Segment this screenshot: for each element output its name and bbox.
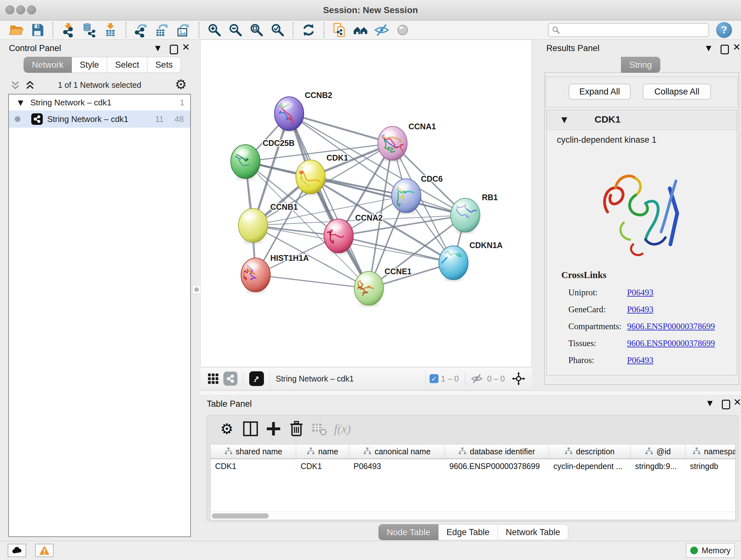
search-input[interactable]	[562, 25, 705, 35]
node-HIST1H1A[interactable]	[241, 258, 270, 294]
table-panel-float-icon[interactable]	[722, 400, 730, 409]
crosslink-link[interactable]: 9606.ENSP00000378699	[627, 321, 715, 331]
hidden-eye-slash-icon[interactable]	[471, 373, 482, 384]
table-cell[interactable]: CDK1	[211, 462, 296, 471]
node-count: 11	[155, 114, 164, 124]
column-header-shared-name[interactable]: shared name	[211, 444, 296, 458]
results-panel-float-icon[interactable]	[721, 45, 729, 54]
table-cell[interactable]: stringdb:9...	[630, 462, 685, 471]
table-cell[interactable]: P06493	[349, 462, 445, 471]
delete-table-icon	[311, 421, 328, 437]
table-row[interactable]: CDK1CDK1P064939606.ENSP00000378699cyclin…	[211, 459, 735, 473]
control-panel-menu-icon[interactable]: ▼	[155, 44, 160, 52]
results-panel-close-icon[interactable]: ✕	[733, 44, 741, 51]
table-panel-close-icon[interactable]: ✕	[733, 398, 741, 406]
node-CCNE1[interactable]	[354, 271, 384, 307]
gene-card-header[interactable]: ▼ CDK1	[547, 110, 737, 130]
table-cell[interactable]: CDK1	[296, 462, 349, 471]
tab-network[interactable]: Network	[23, 57, 72, 73]
import-network-icon[interactable]	[61, 22, 76, 38]
node-CDC25B[interactable]	[231, 145, 260, 180]
node-CDC6[interactable]	[392, 179, 421, 214]
node-label-CDC25B: CDC25B	[263, 138, 294, 147]
tree-collapse-icon[interactable]: ▼	[18, 99, 23, 107]
zoom-in-icon[interactable]	[207, 22, 222, 38]
column-header-database-identifier[interactable]: database identifier	[445, 444, 549, 458]
column-header-name[interactable]: name	[296, 444, 349, 458]
collapse-all-button[interactable]: Collapse All	[643, 84, 711, 100]
table-hscrollbar-thumb[interactable]	[212, 513, 269, 518]
delete-column-icon[interactable]	[287, 421, 306, 437]
refresh-icon[interactable]	[301, 22, 316, 38]
table-panel-splitter[interactable]	[200, 391, 741, 395]
tab-sets[interactable]: Sets	[147, 57, 181, 73]
network-options-gear-icon[interactable]: ⚙	[175, 77, 187, 92]
node-CCNB1[interactable]	[239, 208, 268, 244]
tab-select[interactable]: Select	[107, 57, 147, 73]
cloud-button[interactable]	[8, 544, 26, 557]
zoom-selected-icon[interactable]	[270, 22, 285, 38]
help-button[interactable]: ?	[716, 22, 732, 38]
export-view-icon[interactable]	[249, 371, 264, 386]
tab-network-table[interactable]: Network Table	[498, 524, 569, 540]
node-label-HIST1H1A: HIST1H1A	[270, 253, 309, 262]
preview-icon[interactable]	[395, 22, 410, 38]
export-image-icon[interactable]	[176, 22, 191, 38]
node-CDKN1A[interactable]	[439, 246, 468, 281]
export-network-icon[interactable]	[134, 22, 149, 38]
split-columns-icon[interactable]	[242, 421, 259, 437]
home-network-icon[interactable]	[353, 22, 368, 38]
network-graph[interactable]: CCNB2CCNA1CDC25BCDK1CDC6RB1CCNB1CCNA2CDK…	[201, 40, 531, 367]
birdseye-grid-icon[interactable]	[207, 372, 219, 385]
tab-style[interactable]: Style	[72, 57, 107, 73]
control-panel-close-icon[interactable]: ✕	[182, 44, 190, 51]
zoom-fit-icon[interactable]	[249, 22, 264, 38]
string-share-icon[interactable]	[223, 372, 238, 386]
table-cell[interactable]: cyclin-dependent ...	[549, 462, 630, 471]
network-row-selected[interactable]: String Network – cdk1 11 48	[9, 111, 190, 128]
crosslink-link[interactable]: P06493	[627, 288, 654, 298]
expand-all-button[interactable]: Expand All	[569, 84, 630, 100]
node-CCNA1[interactable]	[378, 126, 407, 162]
table-panel-title: Table Panel	[207, 399, 252, 409]
tab-string[interactable]: String	[621, 57, 660, 73]
table-cell[interactable]: stringdb	[685, 462, 736, 471]
crosshair-move-icon[interactable]	[512, 372, 525, 385]
network-canvas[interactable]: CCNB2CCNA1CDC25BCDK1CDC6RB1CCNB1CCNA2CDK…	[200, 40, 532, 367]
left-splitter-handle[interactable]	[192, 285, 201, 294]
open-session-icon[interactable]	[9, 22, 24, 38]
save-session-icon[interactable]	[30, 22, 45, 38]
gene-collapse-icon[interactable]: ▼	[561, 115, 567, 124]
warning-button[interactable]	[35, 544, 54, 557]
selected-checkbox-icon[interactable]: ✓	[429, 374, 439, 383]
node-CCNB2[interactable]	[274, 97, 304, 132]
crosslink-link[interactable]: P06493	[627, 355, 654, 365]
column-header-@id[interactable]: @id	[630, 444, 685, 458]
table-panel-menu-icon[interactable]: ▼	[707, 399, 713, 407]
column-header-canonical-name[interactable]: canonical name	[349, 444, 445, 458]
node-RB1[interactable]	[451, 198, 480, 234]
crosslink-label: Compartments:	[568, 321, 621, 331]
crosslink-label: Tissues:	[568, 338, 596, 348]
tab-edge-table[interactable]: Edge Table	[439, 524, 498, 540]
zoom-out-icon[interactable]	[228, 22, 243, 38]
control-panel-float-icon[interactable]	[170, 45, 178, 54]
import-database-icon[interactable]	[82, 22, 97, 38]
table-cell[interactable]: 9606.ENSP00000378699	[445, 462, 549, 471]
column-header-namespace[interactable]: namespace	[685, 444, 736, 458]
hide-unhide-icon[interactable]	[374, 22, 389, 38]
gear-icon[interactable]: ⚙	[219, 421, 237, 437]
edge-HIST1H1A-CCNE1[interactable]	[256, 275, 369, 288]
crosslink-link[interactable]: 9606.ENSP00000378699	[627, 338, 715, 348]
memory-button[interactable]: Memory	[686, 543, 735, 558]
add-column-icon[interactable]	[265, 421, 282, 437]
crosslink-link[interactable]: P06493	[627, 305, 654, 314]
results-panel-menu-icon[interactable]: ▼	[706, 44, 711, 52]
import-table-icon[interactable]	[103, 22, 118, 38]
column-header-description[interactable]: description	[549, 444, 630, 458]
tab-node-table[interactable]: Node Table	[379, 524, 439, 540]
network-collection-row[interactable]: ▼ String Network – cdk1 1	[9, 95, 190, 111]
clone-document-icon[interactable]	[332, 22, 347, 38]
export-table-icon[interactable]	[155, 22, 170, 38]
edge-CCNB2-CCNA1[interactable]	[289, 114, 393, 143]
